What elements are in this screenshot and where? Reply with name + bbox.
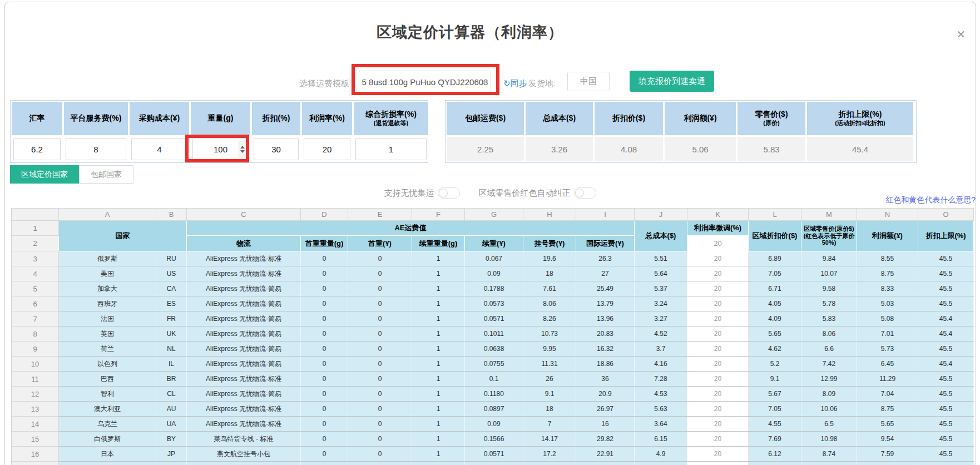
- value-cell: 9.1: [749, 372, 801, 387]
- sheet-row: 11巴西BRAliExpress 无忧物流-标准0010.126367.2820…: [12, 372, 974, 387]
- discount-price-value: 4.08: [595, 137, 663, 161]
- number-spinner[interactable]: [238, 141, 246, 157]
- value-cell: 5.98: [801, 462, 857, 465]
- value-cell: 11.31: [523, 357, 576, 372]
- color-legend-help-link[interactable]: 红色和黄色代表什么意思?: [885, 195, 976, 205]
- header-country: 国家: [59, 221, 187, 251]
- value-cell: 0.1566: [465, 432, 523, 447]
- value-cell: 8.55: [857, 251, 918, 266]
- close-icon[interactable]: ✕: [956, 29, 966, 40]
- value-cell: 4.62: [749, 342, 801, 357]
- country-code-cell: CL: [156, 387, 187, 402]
- value-cell: 8.74: [801, 447, 857, 462]
- value-cell: 3.24: [635, 296, 687, 311]
- header-intl-freight: 国际运费(¥): [576, 236, 635, 251]
- value-cell: 17.2: [523, 447, 576, 462]
- value-cell: 45.5: [918, 296, 974, 311]
- toggle-knob: [575, 189, 584, 197]
- profit-adjust-input[interactable]: 20: [687, 236, 749, 251]
- sheet-row: 8英国UKAliExpress 无忧物流-简易0010.101110.7320.…: [12, 327, 974, 342]
- exchange-rate-input[interactable]: 6.2: [13, 138, 61, 160]
- loss-rate-input[interactable]: 1: [355, 138, 427, 160]
- discount-input[interactable]: 30: [254, 138, 299, 160]
- profit-adjust-cell[interactable]: 20: [687, 462, 749, 465]
- value-cell: 1: [412, 462, 465, 465]
- platform-fee-input[interactable]: 8: [66, 138, 126, 160]
- profit-adjust-cell[interactable]: 20: [687, 402, 749, 417]
- value-cell: 6.45: [857, 357, 918, 372]
- profit-adjust-cell[interactable]: 20: [687, 387, 749, 402]
- spinner-up-icon[interactable]: [240, 146, 245, 149]
- sheet-column-letter: G: [465, 209, 523, 221]
- spinner-down-icon[interactable]: [240, 150, 245, 153]
- value-cell: 10.9: [523, 462, 576, 465]
- country-code-cell: BY: [156, 432, 187, 447]
- profit-rate-input[interactable]: 20: [304, 138, 350, 160]
- value-cell: 5.64: [635, 266, 687, 281]
- country-tabs: 区域定价国家 包邮国家: [10, 165, 133, 184]
- value-cell: 1: [412, 327, 465, 342]
- sheet-letter-row: ABCDEFGHIJKLMNO: [12, 209, 974, 221]
- chevron-down-icon: ▾: [483, 78, 486, 86]
- profit-adjust-cell[interactable]: 20: [687, 342, 749, 357]
- value-cell: 5.2: [749, 357, 801, 372]
- value-cell: 10.07: [801, 266, 857, 281]
- sheet-row-number: 9: [12, 342, 59, 357]
- sheet-column-letter: O: [918, 209, 974, 221]
- sheet-row-number: 17: [12, 462, 59, 465]
- sheet-row: 5加拿大CAAliExpress 无忧物流-简易0010.17887.6125.…: [12, 281, 974, 296]
- tab-regional-pricing-countries[interactable]: 区域定价国家: [10, 165, 79, 184]
- pricing-sheet: ABCDEFGHIJKLMNO 1 国家 AE运费值 总成本($) 利润率微调(…: [11, 208, 974, 465]
- value-cell: 1: [412, 432, 465, 447]
- output-params-table: 包邮运费($) 总成本($) 折扣价($) 利润额(¥) 零售价($)(原价) …: [445, 100, 917, 163]
- header-logistics: 物流: [187, 236, 301, 251]
- sheet-row-number: 14: [12, 417, 59, 432]
- fill-quote-button[interactable]: 填充报价到速卖通: [630, 71, 714, 92]
- profit-adjust-cell[interactable]: 20: [687, 311, 749, 327]
- auto-correct-toggle[interactable]: [574, 187, 596, 199]
- logistics-cell: AliExpress 无忧物流-简易: [187, 327, 301, 342]
- profit-adjust-cell[interactable]: 20: [687, 372, 749, 387]
- value-cell: 5.65: [749, 327, 801, 342]
- consolidation-toggle[interactable]: [438, 187, 460, 199]
- profit-adjust-cell[interactable]: 20: [687, 266, 749, 281]
- value-cell: 0.067: [465, 251, 523, 266]
- value-cell: 7.42: [801, 357, 857, 372]
- profit-adjust-cell[interactable]: 20: [687, 357, 749, 372]
- sheet-column-letter: B: [156, 209, 187, 221]
- sheet-column-letter: E: [348, 209, 412, 221]
- purchase-cost-input[interactable]: 4: [131, 138, 187, 160]
- shipping-template-select[interactable]: 5 8usd 100g PuHuo QYDJ220608 ▾: [359, 71, 491, 93]
- logistics-cell: AliExpress 无忧物流-简易: [187, 296, 301, 311]
- value-cell: 7.61: [523, 281, 576, 296]
- weight-input[interactable]: 100: [192, 138, 249, 160]
- value-cell: 8.26: [523, 311, 576, 327]
- country-code-cell: FR: [156, 311, 187, 327]
- profit-adjust-cell[interactable]: 20: [687, 251, 749, 266]
- profit-adjust-cell[interactable]: 20: [687, 447, 749, 462]
- param-header-loss-rate: 综合折损率(%)(退货退款等): [354, 102, 428, 135]
- value-cell: 0: [301, 417, 348, 432]
- shipping-template-label: 选择运费模板: [299, 78, 349, 89]
- value-cell: 4.19: [749, 462, 801, 465]
- sheet-body: 3俄罗斯RUAliExpress 无忧物流-标准0010.06719.626.3…: [12, 251, 974, 465]
- profit-adjust-cell[interactable]: 20: [687, 296, 749, 311]
- param-header-profit-amount: 利润额(¥): [665, 102, 736, 135]
- country-code-cell: CA: [156, 281, 187, 296]
- sheet-column-letter: M: [801, 209, 857, 221]
- sync-link[interactable]: ↻同步: [503, 78, 527, 89]
- value-cell: 0: [301, 342, 348, 357]
- value-cell: 45.4: [918, 311, 974, 327]
- sheet-row-number: 7: [12, 311, 59, 327]
- profit-adjust-cell[interactable]: 20: [687, 417, 749, 432]
- value-cell: 1: [412, 357, 465, 372]
- ship-origin-input[interactable]: 中国: [567, 72, 610, 91]
- logistics-cell: AliExpress 无忧物流-标准: [187, 402, 301, 417]
- value-cell: 5.08: [857, 311, 918, 327]
- profit-adjust-cell[interactable]: 20: [687, 327, 749, 342]
- profit-adjust-cell[interactable]: 20: [687, 281, 749, 296]
- profit-adjust-cell[interactable]: 20: [687, 432, 749, 447]
- value-cell: 4.9: [635, 447, 687, 462]
- param-header-total-cost: 总成本($): [526, 102, 593, 135]
- tab-free-shipping-countries[interactable]: 包邮国家: [79, 165, 133, 184]
